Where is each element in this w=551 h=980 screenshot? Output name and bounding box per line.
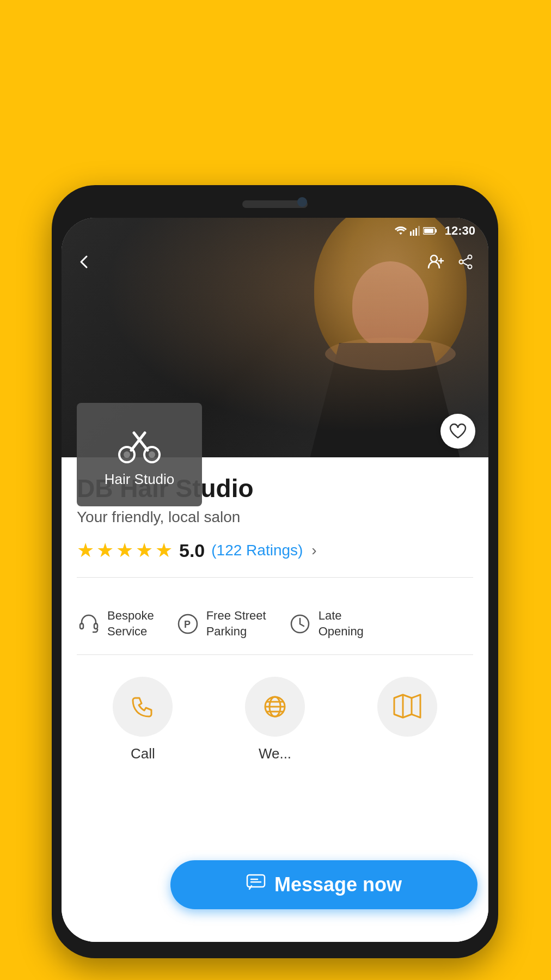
map-button[interactable] xyxy=(377,677,437,762)
amenities-row: BespokeService P Free StreetParking xyxy=(77,593,473,655)
map-icon-circle xyxy=(377,677,437,737)
svg-point-8 xyxy=(468,255,472,259)
status-bar: 12:30 xyxy=(62,218,488,244)
svg-rect-0 xyxy=(410,231,412,236)
battery-icon xyxy=(423,227,437,235)
parking-icon: P xyxy=(176,612,200,636)
svg-rect-1 xyxy=(413,230,414,236)
rating-arrow[interactable]: › xyxy=(311,542,316,559)
svg-point-16 xyxy=(149,451,155,458)
status-icons: 12:30 xyxy=(395,224,475,238)
star-rating: ★ ★ ★ ★ ★ xyxy=(77,539,173,562)
nav-bar xyxy=(62,244,488,283)
bespoke-label: BespokeService xyxy=(107,608,154,639)
star-4: ★ xyxy=(136,539,153,562)
svg-line-18 xyxy=(134,433,148,450)
svg-rect-6 xyxy=(424,229,433,233)
phone-outer: 12:30 xyxy=(52,185,498,958)
star-1: ★ xyxy=(77,539,94,562)
globe-icon-circle xyxy=(245,677,305,737)
star-2: ★ xyxy=(96,539,114,562)
phone-device: 12:30 xyxy=(52,185,498,958)
status-time: 12:30 xyxy=(445,224,475,238)
call-label: Call xyxy=(131,745,155,762)
star-3: ★ xyxy=(116,539,133,562)
rating-number: 5.0 xyxy=(179,540,205,561)
svg-point-7 xyxy=(431,255,437,262)
logo-card: Hair Studio xyxy=(77,403,202,506)
phone-camera xyxy=(297,197,307,207)
phone-icon-circle xyxy=(113,677,173,737)
ratings-row[interactable]: ★ ★ ★ ★ ★ 5.0 (122 Ratings) › xyxy=(77,539,473,578)
wifi-icon xyxy=(395,226,407,236)
back-button[interactable] xyxy=(77,254,92,274)
svg-point-10 xyxy=(468,265,472,268)
headset-icon xyxy=(77,612,101,636)
svg-rect-2 xyxy=(415,228,417,236)
svg-rect-5 xyxy=(435,229,437,232)
late-label: LateOpening xyxy=(319,608,364,639)
svg-rect-3 xyxy=(418,226,420,236)
business-tagline: Your friendly, local salon xyxy=(77,509,473,526)
website-label: We... xyxy=(259,745,291,762)
phone-screen: 12:30 xyxy=(62,218,488,942)
scissors-icon xyxy=(115,422,164,465)
svg-point-14 xyxy=(124,451,130,458)
svg-line-17 xyxy=(131,433,145,450)
svg-line-11 xyxy=(463,258,468,261)
action-buttons-row: Call We... xyxy=(77,655,473,762)
message-icon xyxy=(246,874,266,896)
add-person-icon[interactable] xyxy=(427,254,445,273)
signal-icon xyxy=(410,226,420,236)
share-icon[interactable] xyxy=(458,254,473,273)
svg-text:P: P xyxy=(184,619,191,630)
call-button[interactable]: Call xyxy=(113,677,173,762)
website-button[interactable]: We... xyxy=(245,677,305,762)
svg-rect-32 xyxy=(247,875,265,887)
svg-line-12 xyxy=(463,262,468,265)
svg-point-9 xyxy=(460,260,463,264)
message-now-button[interactable]: Message now xyxy=(170,860,477,909)
nav-actions xyxy=(427,254,473,273)
clock-icon xyxy=(288,612,312,636)
rating-count: (122 Ratings) xyxy=(211,542,303,559)
amenity-parking: P Free StreetParking xyxy=(176,608,266,639)
star-5: ★ xyxy=(155,539,173,562)
amenity-bespoke: BespokeService xyxy=(77,608,154,639)
parking-label: Free StreetParking xyxy=(206,608,266,639)
amenity-late: LateOpening xyxy=(288,608,364,639)
logo-name: Hair Studio xyxy=(105,471,175,488)
message-now-label: Message now xyxy=(274,873,402,896)
svg-marker-29 xyxy=(394,695,420,718)
favourite-button[interactable] xyxy=(440,414,475,449)
